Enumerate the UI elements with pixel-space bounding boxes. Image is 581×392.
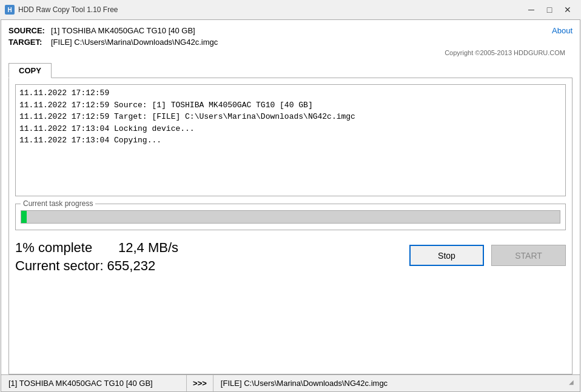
close-button[interactable]: ✕	[559, 3, 576, 16]
progress-label: Current task progress	[21, 199, 95, 208]
target-value: [FILE] C:\Users\Marina\Downloads\NG42c.i…	[51, 38, 218, 47]
app-icon: H	[5, 5, 15, 15]
tab-copy[interactable]: COPY	[8, 63, 52, 78]
main-window: About SOURCE: [1] TOSHIBA MK4050GAC TG10…	[1, 19, 580, 392]
action-buttons: Stop START	[409, 240, 566, 266]
log-line: 11.11.2022 17:12:59 Source: [1] TOSHIBA …	[19, 99, 562, 111]
tab-content: 11.11.2022 17:12:5911.11.2022 17:12:59 S…	[8, 78, 573, 374]
minimize-button[interactable]: ─	[523, 3, 540, 16]
log-line: 11.11.2022 17:12:59	[19, 87, 562, 99]
log-area[interactable]: 11.11.2022 17:12:5911.11.2022 17:12:59 S…	[15, 84, 566, 196]
log-line: 11.11.2022 17:13:04 Locking device...	[19, 123, 562, 135]
stats-row: 1% complete 12,4 MB/s Current sector: 65…	[15, 240, 566, 274]
speed-text: 12,4 MB/s	[118, 240, 178, 255]
progress-section: Current task progress	[15, 204, 566, 230]
resize-grip: ◢	[569, 379, 579, 388]
target-row: TARGET: [FILE] C:\Users\Marina\Downloads…	[8, 38, 573, 47]
sector-stat: Current sector: 655,232	[15, 258, 409, 274]
log-line: 11.11.2022 17:13:04 Copying...	[19, 135, 562, 147]
complete-text: 1% complete	[15, 240, 92, 255]
window-controls: ─ □ ✕	[523, 3, 576, 16]
progress-bar-fill	[21, 211, 27, 223]
stop-button[interactable]: Stop	[409, 245, 484, 266]
copyright: Copyright ©2005-2013 HDDGURU.COM	[8, 49, 573, 60]
header: About SOURCE: [1] TOSHIBA MK4050GAC TG10…	[1, 20, 580, 62]
target-label: TARGET:	[8, 38, 51, 47]
app-title: HDD Raw Copy Tool 1.10 Free	[18, 5, 523, 14]
tab-bar: COPY	[1, 62, 580, 78]
about-link[interactable]: About	[552, 26, 573, 35]
complete-stat: 1% complete 12,4 MB/s	[15, 240, 409, 256]
stats-left: 1% complete 12,4 MB/s Current sector: 65…	[15, 240, 409, 274]
log-line: 11.11.2022 17:12:59 Target: [FILE] C:\Us…	[19, 111, 562, 123]
start-button: START	[491, 245, 566, 266]
source-row: SOURCE: [1] TOSHIBA MK4050GAC TG10 [40 G…	[8, 26, 573, 35]
progress-container: Current task progress	[15, 204, 566, 230]
statusbar-target: [FILE] C:\Users\Marina\Downloads\NG42c.i…	[213, 375, 569, 391]
source-value: [1] TOSHIBA MK4050GAC TG10 [40 GB]	[51, 26, 195, 35]
statusbar-arrow: >>>	[187, 375, 213, 391]
progress-bar-background	[21, 210, 560, 224]
statusbar: [1] TOSHIBA MK4050GAC TG10 [40 GB] >>> […	[1, 374, 580, 391]
maximize-button[interactable]: □	[541, 3, 558, 16]
statusbar-source: [1] TOSHIBA MK4050GAC TG10 [40 GB]	[1, 375, 187, 391]
titlebar: H HDD Raw Copy Tool 1.10 Free ─ □ ✕	[0, 0, 581, 19]
source-label: SOURCE:	[8, 26, 51, 35]
